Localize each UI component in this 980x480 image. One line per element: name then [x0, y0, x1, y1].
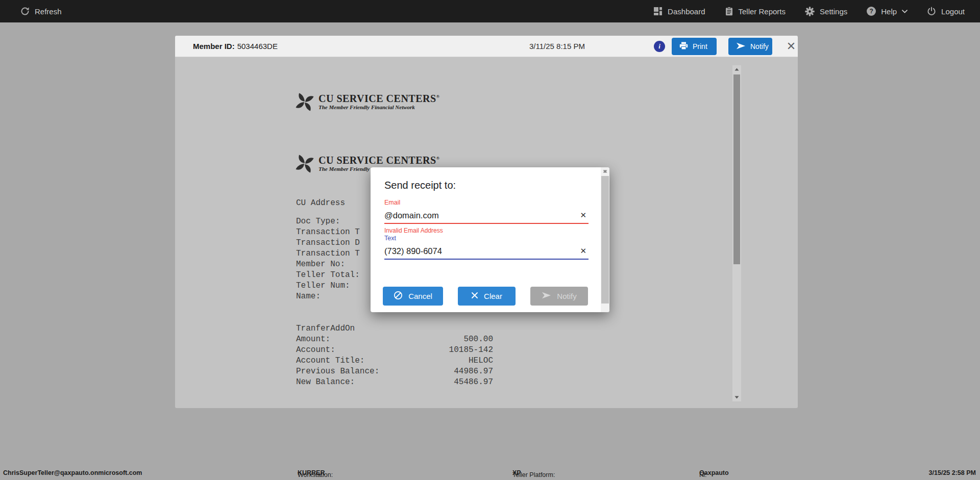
- clear-button[interactable]: Clear: [458, 287, 516, 306]
- gear-icon: [805, 7, 815, 16]
- scrollbar-thumb[interactable]: [601, 176, 609, 304]
- nav-logout[interactable]: Logout: [927, 7, 965, 16]
- x-icon: [471, 292, 478, 300]
- nav-logout-label: Logout: [941, 7, 965, 16]
- email-field-value[interactable]: @domain.com: [384, 211, 439, 220]
- nav-dashboard-label: Dashboard: [668, 7, 705, 16]
- print-label: Print: [693, 42, 707, 50]
- email-field-label: Email: [384, 199, 400, 206]
- receipt-line: Amount:500.00: [296, 334, 493, 345]
- dialog-scrollbar[interactable]: [601, 167, 609, 312]
- receipt-line: [296, 388, 493, 398]
- status-datetime: 3/15/25 2:58 PM: [929, 469, 976, 476]
- logged-in-user: ChrisSuperTeller@qaxpauto.onmicrosoft.co…: [3, 469, 142, 476]
- cu-service-centers-logo: CU SERVICE CENTERS® The Member Friendly …: [293, 91, 440, 113]
- send-icon: [736, 42, 746, 51]
- nav-dashboard[interactable]: Dashboard: [653, 7, 705, 16]
- receipt-line: Account Title:HELOC: [296, 356, 493, 366]
- email-error-message: Invalid Email Address: [384, 227, 443, 234]
- dialog-title: Send receipt to:: [384, 180, 456, 191]
- chevron-down-icon: [902, 10, 908, 13]
- text-clear-icon[interactable]: ✕: [578, 246, 589, 256]
- email-field[interactable]: @domain.com ✕: [384, 208, 589, 224]
- header-notify-label: Notify: [750, 42, 769, 50]
- logo-title: CU SERVICE CENTERS®: [318, 91, 440, 104]
- cu-swirl-icon: [293, 91, 316, 113]
- help-icon: ?: [867, 7, 876, 16]
- member-id-value: 5034463DE: [237, 42, 278, 50]
- cancel-button[interactable]: Cancel: [383, 287, 443, 306]
- clipboard-icon: [725, 7, 733, 16]
- top-navbar: Refresh Dashboard: [0, 0, 980, 22]
- text-field[interactable]: (732) 890-6074 ✕: [384, 243, 589, 260]
- email-clear-icon[interactable]: ✕: [578, 211, 589, 220]
- scroll-down-icon[interactable]: [601, 167, 609, 175]
- info-icon[interactable]: i: [654, 41, 665, 52]
- send-icon: [542, 292, 551, 300]
- member-id: Member ID:5034463DE: [193, 36, 278, 57]
- receipt-scrollbar[interactable]: [732, 65, 741, 401]
- text-field-value[interactable]: (732) 890-6074: [384, 246, 442, 256]
- receipt-line: New Balance:45486.97: [296, 377, 493, 388]
- receipt-line: Account:10185-142: [296, 345, 493, 356]
- cu-swirl-icon: [293, 153, 316, 175]
- nav-teller-reports-label: Teller Reports: [739, 7, 786, 16]
- scroll-up-icon[interactable]: [732, 65, 741, 73]
- logo-tagline: The Member Friendly Financial Network: [318, 104, 440, 111]
- nav-settings-label: Settings: [820, 7, 847, 16]
- receipt-line: TranferAddOn: [296, 323, 493, 334]
- logo-title: CU SERVICE CENTERS®: [318, 153, 440, 166]
- workstation-status: Workstation: KURRER: [298, 469, 325, 476]
- cancel-label: Cancel: [408, 292, 432, 300]
- dialog-notify-button[interactable]: Notify: [530, 287, 588, 306]
- text-field-label: Text: [384, 235, 396, 242]
- teller-platform-status: Teller Platform: XP: [512, 469, 521, 476]
- close-icon[interactable]: ✕: [783, 38, 798, 55]
- member-id-label: Member ID:: [193, 42, 235, 50]
- printer-icon: [679, 42, 688, 52]
- scroll-down-icon[interactable]: [732, 393, 741, 401]
- power-icon: [927, 7, 936, 16]
- refresh-icon: [20, 7, 30, 16]
- nav-teller-reports[interactable]: Teller Reports: [725, 7, 786, 16]
- header-notify-button[interactable]: Notify: [728, 38, 772, 55]
- print-button[interactable]: Print: [672, 38, 717, 55]
- scrollbar-thumb[interactable]: [733, 74, 740, 264]
- receipt-line: [296, 398, 493, 408]
- receipt-datetime: 3/11/25 8:15 PM: [529, 36, 585, 57]
- dialog-notify-label: Notify: [557, 292, 576, 300]
- send-receipt-dialog: Send receipt to: Email @domain.com ✕ Inv…: [371, 167, 609, 312]
- dialog-buttons: Cancel Clear Notify: [383, 287, 588, 306]
- status-bar: ChrisSuperTeller@qaxpauto.onmicrosoft.co…: [0, 467, 980, 480]
- receipt-line: Previous Balance:44986.97: [296, 366, 493, 377]
- fi-status: FI: Qaxpauto: [699, 469, 729, 476]
- cancel-icon: [394, 291, 403, 301]
- receipt-panel-header: Member ID:5034463DE 3/11/25 8:15 PM i Pr…: [175, 36, 798, 57]
- refresh-label: Refresh: [35, 7, 62, 16]
- nav-settings[interactable]: Settings: [805, 7, 847, 16]
- receipt-line: [296, 313, 493, 323]
- dashboard-icon: [653, 7, 663, 16]
- nav-help[interactable]: ? Help: [867, 7, 908, 16]
- refresh-button[interactable]: Refresh: [20, 7, 62, 16]
- nav-help-label: Help: [881, 7, 897, 16]
- clear-label: Clear: [484, 292, 502, 300]
